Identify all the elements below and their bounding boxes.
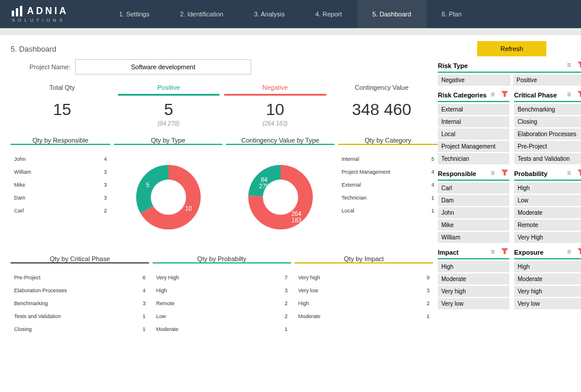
bar-row: Project Management 4 bbox=[342, 167, 434, 177]
bar-row: External 4 bbox=[342, 180, 434, 190]
bar-value: 3 bbox=[285, 288, 288, 293]
list-icon[interactable] bbox=[567, 91, 575, 99]
bar-label: Local bbox=[342, 208, 354, 214]
filter-option[interactable]: Negative bbox=[438, 75, 511, 86]
filter-option[interactable]: Project Management bbox=[438, 141, 509, 152]
bar-label: Very low bbox=[298, 288, 318, 293]
filter-title: Impact bbox=[438, 249, 458, 256]
filter-option[interactable]: High bbox=[514, 261, 581, 272]
bar-row: Internal 5 bbox=[342, 154, 434, 164]
bar-value: 5 bbox=[431, 156, 434, 162]
list-icon[interactable] bbox=[567, 170, 575, 178]
chart-qty-by-type: Qty by Type 105 bbox=[114, 134, 222, 249]
filter-risk-type: Risk Type NegativePositive bbox=[438, 60, 581, 86]
nav-item-4[interactable]: 5. Dashboard bbox=[357, 0, 427, 28]
funnel-icon[interactable] bbox=[577, 91, 581, 99]
chart-title: Qty by Impact bbox=[295, 253, 433, 263]
chart-title: Qty by Probabilty bbox=[153, 253, 291, 263]
donut-label: 264 183 bbox=[288, 211, 305, 224]
kpi-card-2: Negative 10 (264 183) bbox=[224, 80, 327, 131]
list-icon[interactable] bbox=[567, 62, 575, 70]
nav-item-3[interactable]: 4. Report bbox=[300, 0, 357, 28]
chart-title: Contingency Value by Type bbox=[226, 134, 335, 145]
funnel-icon[interactable] bbox=[501, 248, 509, 256]
filter-option[interactable]: Pre-Project bbox=[514, 141, 581, 152]
filter-option[interactable]: High bbox=[438, 261, 509, 272]
filter-option[interactable]: Moderate bbox=[438, 273, 509, 285]
bar-value: 9 bbox=[427, 275, 430, 281]
filter-option[interactable]: Benchmarking bbox=[514, 104, 581, 115]
list-icon[interactable] bbox=[491, 248, 499, 256]
nav-item-5[interactable]: 6. Plan bbox=[427, 0, 477, 28]
chart-title: Qty by Responsible bbox=[11, 134, 110, 145]
bar-row: Remote 2 bbox=[156, 299, 288, 308]
funnel-icon[interactable] bbox=[577, 62, 581, 70]
filter-option[interactable]: Positive bbox=[513, 75, 581, 86]
chart-qty-by-critical-phase: Qty by Critical Phase Pre-Project 6 Elab… bbox=[11, 253, 149, 343]
filter-option[interactable]: Very High bbox=[514, 232, 581, 243]
main-nav: 1. Settings2. Identification3. Analysis4… bbox=[104, 0, 477, 28]
filter-option[interactable]: Very high bbox=[438, 286, 509, 297]
filter-option[interactable]: William bbox=[438, 232, 509, 243]
filter-option[interactable]: Remote bbox=[514, 219, 581, 231]
funnel-icon[interactable] bbox=[501, 170, 509, 178]
funnel-icon[interactable] bbox=[577, 170, 581, 178]
filter-option[interactable]: Very high bbox=[514, 286, 581, 297]
filter-impact: Impact HighModerateVery highVery low bbox=[438, 246, 509, 309]
filter-option[interactable]: John bbox=[438, 207, 509, 218]
filter-option[interactable]: Tests and Validation bbox=[514, 153, 581, 164]
filter-option[interactable]: Dam bbox=[438, 195, 509, 206]
filter-option[interactable]: Very low bbox=[514, 298, 581, 309]
list-icon[interactable] bbox=[491, 170, 499, 178]
chart-qty-by-probabilty: Qty by Probabilty Very High 7 High 3 Rem… bbox=[153, 253, 291, 343]
kpi-card-0: Total Qty 15 bbox=[11, 80, 114, 131]
bar-row: Carl 2 bbox=[14, 206, 107, 215]
filter-option[interactable]: Moderate bbox=[514, 273, 581, 285]
filter-risk-categories: Risk Categories ExternalInternalLocalPro… bbox=[438, 89, 509, 164]
bar-value: 2 bbox=[427, 300, 430, 306]
filter-option[interactable]: Carl bbox=[438, 183, 509, 194]
bar-label: Low bbox=[156, 313, 166, 319]
bar-row: Closing 1 bbox=[14, 325, 146, 334]
filter-option[interactable]: Very low bbox=[438, 298, 509, 309]
nav-item-0[interactable]: 1. Settings bbox=[104, 0, 165, 28]
bar-row: Elaboration Processes 4 bbox=[14, 286, 146, 295]
list-icon[interactable] bbox=[567, 248, 575, 256]
filter-option[interactable]: Technician bbox=[438, 153, 509, 164]
bar-row: Low 2 bbox=[156, 312, 288, 321]
kpi-value: 10 bbox=[224, 96, 326, 120]
filter-probability: Probability HighLowModerateRemoteVery Hi… bbox=[514, 168, 581, 243]
chart-contingency-value-by-type: Contingency Value by Type 264 18384 278 bbox=[226, 134, 335, 249]
bar-label: John bbox=[14, 156, 26, 162]
bar-value: 3 bbox=[104, 169, 107, 175]
filter-option[interactable]: Elaboration Processes bbox=[514, 129, 581, 140]
bar-row: Local 1 bbox=[342, 206, 434, 215]
project-name-input[interactable] bbox=[75, 59, 251, 75]
filter-option[interactable]: Low bbox=[514, 195, 581, 206]
funnel-icon[interactable] bbox=[577, 248, 581, 256]
filter-option[interactable]: High bbox=[514, 183, 581, 194]
filter-option[interactable]: Local bbox=[438, 129, 509, 140]
filter-title: Risk Type bbox=[438, 62, 468, 69]
nav-item-1[interactable]: 2. Identification bbox=[165, 0, 239, 28]
filter-title: Exposure bbox=[514, 249, 543, 256]
bar-row: High 3 bbox=[156, 286, 288, 295]
donut-chart: 105 bbox=[124, 153, 212, 241]
kpi-value: 348 460 bbox=[331, 96, 433, 120]
funnel-icon[interactable] bbox=[501, 91, 509, 99]
bar-label: Very high bbox=[298, 275, 320, 281]
filter-option[interactable]: Internal bbox=[438, 116, 509, 127]
bar-value: 3 bbox=[104, 195, 107, 201]
filter-option[interactable]: Closing bbox=[514, 116, 581, 127]
list-icon[interactable] bbox=[491, 91, 499, 99]
filter-option[interactable]: External bbox=[438, 104, 509, 115]
bar-row: Benchmarking 3 bbox=[14, 299, 146, 308]
refresh-button[interactable]: Refresh bbox=[477, 41, 547, 56]
bar-value: 3 bbox=[427, 288, 430, 293]
filter-option[interactable]: Mike bbox=[438, 219, 509, 231]
filter-option[interactable]: Moderate bbox=[514, 207, 581, 218]
nav-item-2[interactable]: 3. Analysis bbox=[239, 0, 300, 28]
bar-label: Very High bbox=[156, 275, 179, 281]
logo: ADNIA SOLUTIONS bbox=[12, 6, 69, 23]
bar-value: 2 bbox=[285, 313, 288, 319]
